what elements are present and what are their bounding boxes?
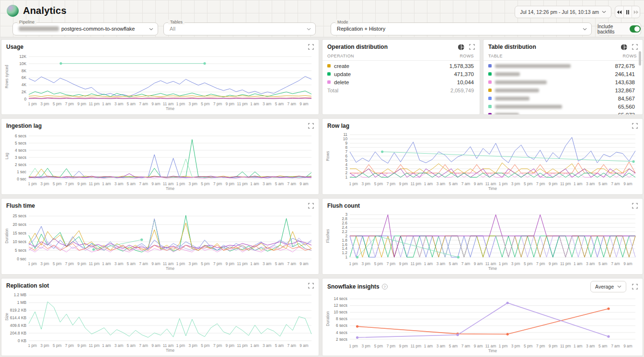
mode-value: Replication + History bbox=[337, 26, 385, 32]
panel-title: Table distribution bbox=[488, 44, 536, 50]
column-header: OPERATION bbox=[327, 54, 354, 58]
svg-text:7 pm: 7 pm bbox=[213, 343, 222, 348]
svg-text:5 pm: 5 pm bbox=[201, 181, 210, 186]
svg-text:3 am: 3 am bbox=[263, 261, 272, 266]
svg-text:5 am: 5 am bbox=[127, 181, 136, 186]
svg-text:3 am: 3 am bbox=[437, 344, 446, 348]
expand-button[interactable] bbox=[308, 283, 314, 289]
svg-text:7 pm: 7 pm bbox=[387, 181, 396, 186]
svg-text:Time: Time bbox=[488, 266, 497, 270]
svg-text:3 pm: 3 pm bbox=[188, 181, 197, 186]
svg-text:0 sec: 0 sec bbox=[17, 177, 26, 181]
svg-text:3 am: 3 am bbox=[115, 101, 124, 106]
svg-text:Time: Time bbox=[488, 348, 497, 353]
forward-button[interactable] bbox=[632, 6, 640, 18]
include-backfills-toggle[interactable]: Include backfills bbox=[597, 22, 641, 35]
svg-text:1 am: 1 am bbox=[250, 101, 259, 106]
svg-text:7 am: 7 am bbox=[288, 181, 297, 186]
svg-text:1 pm: 1 pm bbox=[28, 101, 37, 106]
expand-button[interactable] bbox=[632, 284, 638, 290]
svg-text:5 am: 5 am bbox=[449, 261, 458, 266]
svg-text:1 pm: 1 pm bbox=[499, 181, 508, 186]
svg-text:11 pm: 11 pm bbox=[411, 181, 422, 186]
row-lag-chart: 12345678910111 pm3 pm5 pm7 pm9 pm11 pm1 … bbox=[325, 130, 639, 190]
svg-text:1 pm: 1 pm bbox=[176, 181, 185, 186]
usage-chart: 02K4K6K8K10K12K1 pm3 pm5 pm7 pm9 pm11 pm… bbox=[4, 51, 315, 111]
table-row: 65,073 bbox=[488, 111, 635, 115]
svg-text:11 am: 11 am bbox=[163, 101, 174, 106]
svg-text:614.4 KB: 614.4 KB bbox=[10, 315, 27, 320]
svg-text:0 KB: 0 KB bbox=[18, 338, 26, 343]
aggregate-select[interactable]: Average bbox=[590, 281, 626, 292]
svg-text:1 am: 1 am bbox=[574, 181, 583, 186]
svg-text:1 sec: 1 sec bbox=[17, 169, 26, 174]
svg-text:5 pm: 5 pm bbox=[53, 343, 62, 348]
svg-text:11 pm: 11 pm bbox=[89, 101, 100, 106]
analytics-dashboard: Analytics Jul 14, 12:26 pm - Jul 16, 10:… bbox=[0, 0, 644, 357]
table-row: 143,638 bbox=[488, 78, 635, 86]
rewind-button[interactable] bbox=[615, 6, 623, 18]
expand-button[interactable] bbox=[308, 203, 314, 209]
svg-text:9: 9 bbox=[345, 141, 347, 145]
svg-text:11 pm: 11 pm bbox=[560, 344, 571, 348]
pie-chart-icon bbox=[458, 44, 464, 50]
svg-text:9 am: 9 am bbox=[151, 261, 161, 266]
operation-rows-value: 10,044 bbox=[457, 79, 474, 85]
table-rows-value: 65,560 bbox=[618, 104, 635, 110]
expand-button[interactable] bbox=[632, 203, 638, 209]
expand-button[interactable] bbox=[469, 44, 475, 50]
expand-button[interactable] bbox=[632, 123, 638, 129]
svg-text:1 pm: 1 pm bbox=[499, 261, 508, 266]
top-header-zone: Analytics Jul 14, 12:26 pm - Jul 16, 10:… bbox=[0, 0, 644, 37]
svg-text:1 am: 1 am bbox=[102, 181, 111, 186]
expand-button[interactable] bbox=[308, 123, 314, 129]
expand-button[interactable] bbox=[308, 44, 314, 50]
pie-view-button[interactable] bbox=[621, 44, 627, 50]
svg-text:7 am: 7 am bbox=[288, 343, 297, 348]
svg-text:5 am: 5 am bbox=[275, 343, 284, 348]
svg-text:1.2 MB: 1.2 MB bbox=[14, 292, 27, 297]
svg-text:3 am: 3 am bbox=[115, 343, 124, 348]
svg-text:12 secs: 12 secs bbox=[334, 303, 347, 308]
svg-text:2: 2 bbox=[345, 234, 347, 238]
svg-text:11 pm: 11 pm bbox=[237, 101, 248, 106]
svg-text:5 am: 5 am bbox=[127, 101, 136, 106]
svg-text:5 am: 5 am bbox=[275, 101, 284, 106]
svg-text:5 am: 5 am bbox=[127, 343, 136, 348]
svg-text:3 pm: 3 pm bbox=[40, 181, 49, 186]
expand-button[interactable] bbox=[632, 44, 638, 50]
svg-text:3 am: 3 am bbox=[437, 181, 446, 186]
svg-text:5 pm: 5 pm bbox=[374, 344, 383, 348]
svg-text:5 pm: 5 pm bbox=[524, 181, 533, 186]
svg-text:3 pm: 3 pm bbox=[511, 344, 520, 348]
table-row: 872,675 bbox=[488, 62, 635, 70]
chevron-down-icon bbox=[602, 11, 606, 13]
svg-text:9 pm: 9 pm bbox=[226, 261, 235, 266]
pipeline-select[interactable]: Pipeline postgres-common-to-snowflake bbox=[12, 22, 158, 35]
ingestion-lag-panel: Ingestion lag 0 sec1 sec2 secs3 secs4 se… bbox=[1, 118, 319, 195]
panel-title: Replication slot bbox=[6, 282, 49, 289]
svg-text:7 am: 7 am bbox=[611, 261, 620, 266]
operation-label: update bbox=[334, 71, 351, 77]
date-range-picker[interactable]: Jul 14, 12:26 pm - Jul 16, 10:13 am bbox=[515, 6, 611, 18]
operation-rows-value: 1,578,335 bbox=[449, 63, 474, 69]
svg-text:5 am: 5 am bbox=[275, 181, 284, 186]
help-icon[interactable]: ? bbox=[382, 284, 388, 290]
svg-text:11 pm: 11 pm bbox=[89, 343, 100, 348]
svg-text:7 pm: 7 pm bbox=[536, 344, 545, 348]
svg-text:9 pm: 9 pm bbox=[549, 344, 558, 348]
scrollbar[interactable] bbox=[639, 51, 641, 66]
redacted-table-name bbox=[495, 113, 519, 115]
pie-view-button[interactable] bbox=[458, 44, 464, 50]
expand-icon bbox=[308, 44, 314, 50]
tables-select[interactable]: Tables All bbox=[163, 22, 316, 35]
svg-text:Time: Time bbox=[166, 186, 175, 190]
svg-text:4K: 4K bbox=[22, 82, 27, 87]
svg-text:8 secs: 8 secs bbox=[336, 316, 347, 321]
expand-icon bbox=[632, 123, 638, 129]
mode-select[interactable]: Mode Replication + History bbox=[331, 22, 592, 35]
svg-text:3 pm: 3 pm bbox=[511, 181, 520, 186]
pause-button[interactable] bbox=[623, 6, 632, 18]
svg-text:2.6: 2.6 bbox=[342, 221, 347, 225]
chevron-down-icon bbox=[307, 28, 311, 31]
